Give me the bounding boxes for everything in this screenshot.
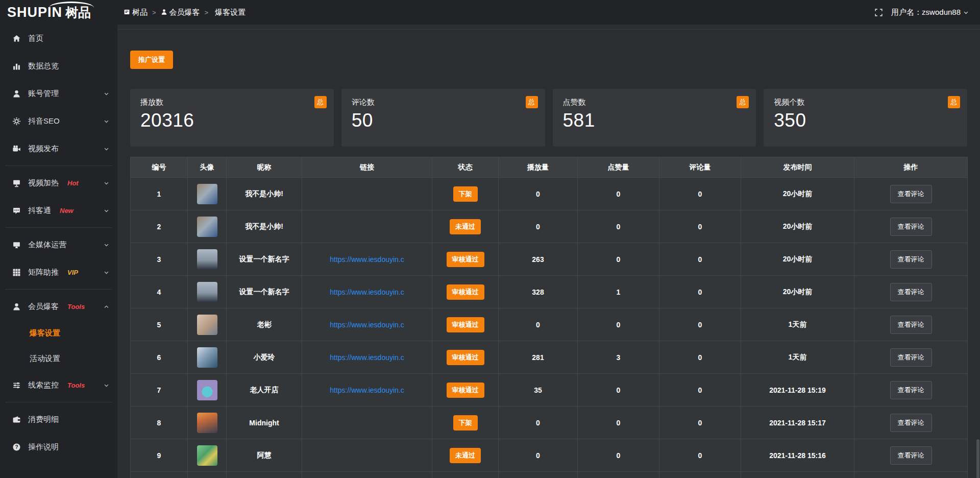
sidebar-item-label: 全媒体运营 bbox=[28, 240, 66, 250]
stat-card-likes: 点赞数 581 总 bbox=[553, 89, 756, 147]
sidebar-item-douketong[interactable]: 抖客通 New bbox=[0, 197, 117, 224]
status-badge: 审核通过 bbox=[447, 317, 484, 332]
status-badge: 下架 bbox=[453, 415, 478, 431]
breadcrumb-separator: > bbox=[205, 9, 209, 16]
col-header-likes: 点赞量 bbox=[578, 157, 659, 178]
sidebar-item-expense-details[interactable]: 消费明细 bbox=[0, 405, 117, 433]
total-badge: 总 bbox=[737, 96, 749, 108]
sidebar-item-label: 视频加热 bbox=[28, 178, 59, 188]
nickname-cell: 设置一个新名字 bbox=[227, 276, 302, 308]
view-comments-button[interactable]: 查看评论 bbox=[890, 381, 932, 399]
table-row-partial bbox=[131, 472, 968, 478]
sidebar-item-label: 矩阵助推 bbox=[28, 268, 59, 277]
sidebar-item-label: 数据总览 bbox=[28, 61, 59, 71]
username-label: 用户名：zswodun88 bbox=[891, 8, 961, 17]
promotion-settings-button[interactable]: 推广设置 bbox=[130, 51, 173, 69]
chat-icon bbox=[12, 206, 21, 215]
user-dropdown[interactable]: 用户名：zswodun88 bbox=[891, 8, 969, 17]
video-link[interactable]: https://www.iesdouyin.c bbox=[330, 255, 404, 264]
video-link[interactable]: https://www.iesdouyin.c bbox=[330, 386, 404, 394]
sidebar-item-account-management[interactable]: 账号管理 bbox=[0, 80, 117, 107]
sidebar-item-help[interactable]: ? 操作说明 bbox=[0, 433, 117, 461]
breadcrumb-item-home[interactable]: 树品 bbox=[124, 8, 148, 17]
sidebar-item-member-baoke[interactable]: 会员爆客 Tools bbox=[0, 293, 117, 320]
status-badge: 下架 bbox=[453, 186, 478, 202]
header-divider bbox=[117, 29, 980, 30]
nickname-cell: 我不是小帅! bbox=[227, 178, 302, 210]
home-icon bbox=[12, 34, 21, 43]
svg-text:?: ? bbox=[15, 444, 18, 449]
total-badge: 总 bbox=[526, 96, 538, 108]
stat-card-comments: 评论数 50 总 bbox=[341, 89, 545, 147]
hot-badge: Hot bbox=[67, 179, 79, 187]
tools-badge: Tools bbox=[67, 303, 85, 310]
view-comments-button[interactable]: 查看评论 bbox=[890, 414, 932, 432]
stat-label: 播放数 bbox=[140, 98, 324, 107]
col-header-publish-time: 发布时间 bbox=[741, 157, 854, 178]
stat-label: 视频个数 bbox=[774, 98, 957, 107]
bar-chart-icon bbox=[12, 62, 21, 70]
grid-icon bbox=[12, 268, 21, 277]
fullscreen-icon[interactable] bbox=[874, 8, 883, 17]
chevron-down-icon bbox=[104, 383, 109, 388]
monitor-icon bbox=[12, 241, 21, 249]
avatar bbox=[197, 217, 217, 237]
view-comments-button[interactable]: 查看评论 bbox=[890, 250, 932, 269]
chevron-down-icon bbox=[104, 242, 109, 248]
sidebar-item-data-overview[interactable]: 数据总览 bbox=[0, 52, 117, 80]
sidebar-item-label: 视频发布 bbox=[28, 144, 59, 154]
table-row: 1 我不是小帅! 下架 0 0 0 20小时前 查看评论 bbox=[131, 178, 968, 210]
new-badge: New bbox=[60, 207, 74, 214]
nickname-cell: 阿慧 bbox=[227, 439, 302, 472]
sidebar-item-video-heat[interactable]: 视频加热 Hot bbox=[0, 169, 117, 197]
col-header-id: 编号 bbox=[131, 157, 188, 178]
video-link[interactable]: https://www.iesdouyin.c bbox=[330, 321, 404, 329]
scrollbar-thumb[interactable] bbox=[976, 439, 979, 478]
sidebar-item-all-media[interactable]: 全媒体运营 bbox=[0, 231, 117, 258]
videos-table: 编号 头像 昵称 链接 状态 播放量 点赞量 评论量 发布时间 操作 1 我不是… bbox=[130, 157, 967, 478]
sidebar-item-label: 抖音SEO bbox=[28, 116, 60, 126]
status-badge: 审核通过 bbox=[447, 252, 484, 267]
stat-label: 评论数 bbox=[352, 98, 535, 107]
stat-value: 50 bbox=[352, 110, 535, 131]
avatar bbox=[197, 445, 217, 466]
view-comments-button[interactable]: 查看评论 bbox=[890, 316, 932, 334]
status-badge: 未通过 bbox=[450, 219, 481, 234]
video-link[interactable]: https://www.iesdouyin.c bbox=[330, 288, 404, 296]
view-comments-button[interactable]: 查看评论 bbox=[890, 446, 932, 465]
view-comments-button[interactable]: 查看评论 bbox=[890, 348, 932, 367]
sidebar-subitem-baoke-settings[interactable]: 爆客设置 bbox=[0, 320, 117, 346]
sidebar-item-clue-monitor[interactable]: 线索监控 Tools bbox=[0, 371, 117, 399]
status-badge: 审核通过 bbox=[447, 284, 484, 300]
stat-label: 点赞数 bbox=[563, 98, 746, 107]
sidebar-item-home[interactable]: 首页 bbox=[0, 25, 117, 52]
chevron-down-icon bbox=[104, 270, 109, 275]
total-badge: 总 bbox=[948, 96, 960, 108]
avatar bbox=[197, 413, 217, 433]
col-header-status: 状态 bbox=[432, 157, 499, 178]
sidebar-item-video-publish[interactable]: 视频发布 bbox=[0, 135, 117, 162]
breadcrumb-item-member[interactable]: 会员爆客 bbox=[161, 8, 200, 17]
sidebar-item-label: 消费明细 bbox=[28, 415, 59, 424]
view-comments-button[interactable]: 查看评论 bbox=[890, 185, 932, 203]
stat-value: 581 bbox=[563, 110, 746, 131]
sidebar-item-douyin-seo[interactable]: 抖音SEO bbox=[0, 107, 117, 135]
sidebar-subitem-activity-settings[interactable]: 活动设置 bbox=[0, 346, 117, 371]
view-comments-button[interactable]: 查看评论 bbox=[890, 218, 932, 236]
sidebar-item-label: 账号管理 bbox=[28, 89, 59, 99]
total-badge: 总 bbox=[314, 96, 327, 108]
nickname-cell: 设置一个新名字 bbox=[227, 243, 302, 276]
member-icon bbox=[12, 302, 21, 311]
video-link[interactable]: https://www.iesdouyin.c bbox=[330, 353, 404, 362]
sidebar-item-label: 会员爆客 bbox=[28, 302, 59, 312]
display-icon bbox=[12, 179, 21, 187]
avatar bbox=[197, 315, 217, 335]
view-comments-button[interactable]: 查看评论 bbox=[890, 283, 932, 301]
table-row: 9 阿慧 未通过 0 0 0 2021-11-28 15:16 查看评论 bbox=[131, 439, 968, 472]
sidebar-item-matrix-boost[interactable]: 矩阵助推 VIP bbox=[0, 258, 117, 286]
gear-icon bbox=[12, 117, 21, 126]
person-icon bbox=[161, 8, 167, 17]
topbar-right: 用户名：zswodun88 bbox=[874, 8, 980, 17]
nickname-cell: 我不是小帅! bbox=[227, 210, 302, 243]
sidebar-divider bbox=[5, 165, 112, 166]
